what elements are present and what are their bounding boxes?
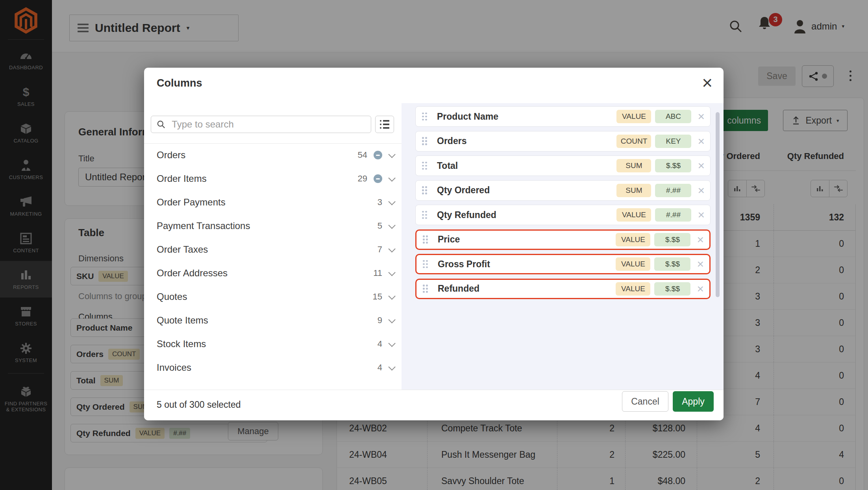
group-label: Order Taxes	[157, 244, 208, 255]
column-label: Gross Profit	[438, 259, 490, 270]
format-badge[interactable]: #.##	[655, 208, 691, 222]
chevron-down-icon[interactable]	[388, 363, 395, 370]
group-label: Order Payments	[157, 197, 226, 208]
remove-icon[interactable]: ×	[698, 135, 705, 147]
aggregation-badge[interactable]: VALUE	[616, 233, 650, 246]
remove-icon[interactable]: ×	[698, 209, 705, 221]
cancel-button[interactable]: Cancel	[622, 391, 668, 412]
aggregation-badge[interactable]: SUM	[616, 159, 651, 172]
drag-handle-icon[interactable]	[422, 162, 428, 170]
remove-icon[interactable]: ×	[697, 234, 704, 246]
chevron-down-icon[interactable]	[388, 151, 395, 158]
selected-column-row[interactable]: Product Name VALUE ABC ×	[415, 106, 711, 127]
aggregation-badge[interactable]: VALUE	[616, 257, 650, 271]
chevron-down-icon[interactable]	[388, 292, 395, 300]
drag-handle-icon[interactable]	[422, 113, 428, 121]
column-label: Qty Ordered	[437, 185, 490, 196]
scrollbar[interactable]	[716, 112, 720, 297]
group-label: Order Addresses	[157, 268, 228, 279]
search-input[interactable]	[171, 118, 365, 130]
drag-handle-icon[interactable]	[422, 137, 428, 145]
selected-column-row[interactable]: Gross Profit VALUE $.$$ ×	[415, 254, 711, 274]
chevron-down-icon[interactable]	[388, 340, 395, 347]
aggregation-badge[interactable]: VALUE	[616, 110, 651, 123]
column-group-row[interactable]: Stock Items 4	[144, 332, 402, 356]
column-group-row[interactable]: Invoices 4	[144, 356, 402, 379]
remove-icon[interactable]: ×	[698, 185, 705, 196]
selected-column-row[interactable]: Orders COUNT KEY ×	[415, 131, 711, 152]
column-groups-list: Orders 54 Order Items 29 Order Payments	[144, 143, 402, 379]
selected-column-row[interactable]: Refunded VALUE $.$$ ×	[415, 279, 711, 299]
group-label: Invoices	[157, 362, 191, 373]
column-label: Refunded	[438, 283, 479, 294]
column-group-row[interactable]: Orders 54	[144, 143, 402, 167]
group-count: 7	[378, 244, 382, 255]
screen: DASHBOARD $ SALES CATALOG CUSTOMERS MARK…	[0, 0, 868, 490]
chevron-down-icon[interactable]	[388, 245, 395, 252]
column-label: Qty Refunded	[437, 210, 496, 220]
selected-column-row[interactable]: Price VALUE $.$$ ×	[415, 229, 711, 250]
selected-column-row[interactable]: Total SUM $.$$ ×	[415, 155, 711, 176]
group-label: Orders	[157, 150, 185, 161]
column-search[interactable]	[151, 116, 371, 133]
remove-icon[interactable]: ×	[697, 283, 704, 295]
group-count: 5	[378, 221, 382, 231]
column-group-row[interactable]: Quotes 15	[144, 285, 402, 309]
apply-button[interactable]: Apply	[673, 391, 714, 412]
column-group-row[interactable]: Order Payments 3	[144, 190, 402, 214]
column-group-row[interactable]: Payment Transactions 5	[144, 214, 402, 238]
chevron-down-icon[interactable]	[388, 269, 395, 276]
chevron-down-icon[interactable]	[388, 316, 395, 323]
aggregation-badge[interactable]: VALUE	[616, 208, 651, 222]
search-icon	[157, 120, 165, 129]
column-label: Price	[438, 234, 460, 245]
partial-selection-icon	[374, 151, 382, 159]
column-label: Total	[437, 161, 458, 171]
remove-icon[interactable]: ×	[698, 111, 705, 122]
drag-handle-icon[interactable]	[422, 211, 428, 219]
drag-handle-icon[interactable]	[423, 235, 428, 244]
chevron-down-icon[interactable]	[388, 198, 395, 205]
column-group-row[interactable]: Quote Items 9	[144, 309, 402, 332]
format-badge[interactable]: ABC	[655, 110, 691, 123]
close-icon[interactable]: ×	[702, 72, 713, 94]
drag-handle-icon[interactable]	[423, 260, 428, 268]
chevron-down-icon[interactable]	[388, 222, 395, 229]
remove-icon[interactable]: ×	[698, 160, 705, 172]
group-count: 29	[358, 174, 367, 184]
chevron-down-icon[interactable]	[388, 174, 395, 181]
group-label: Stock Items	[157, 338, 206, 349]
column-group-row[interactable]: Order Taxes 7	[144, 238, 402, 261]
drag-handle-icon[interactable]	[423, 285, 428, 293]
aggregation-badge[interactable]: COUNT	[616, 135, 651, 148]
list-view-button[interactable]	[375, 116, 394, 133]
group-count: 4	[378, 362, 382, 373]
group-label: Payment Transactions	[157, 220, 250, 231]
format-badge[interactable]: $.$$	[654, 233, 690, 246]
aggregation-badge[interactable]: VALUE	[616, 282, 650, 296]
selected-columns-list: Product Name VALUE ABC × Orders COUNT KE…	[415, 106, 711, 303]
group-count: 15	[373, 292, 382, 302]
column-group-row[interactable]: Order Addresses 11	[144, 261, 402, 285]
aggregation-badge[interactable]: SUM	[616, 184, 651, 197]
group-label: Quote Items	[157, 315, 208, 326]
column-group-row[interactable]: Order Items 29	[144, 167, 402, 190]
group-label: Order Items	[157, 173, 207, 184]
selected-column-row[interactable]: Qty Ordered SUM #.## ×	[415, 180, 711, 201]
drag-handle-icon[interactable]	[422, 186, 428, 194]
columns-modal: Columns × Orders 54	[144, 68, 724, 420]
format-badge[interactable]: $.$$	[654, 282, 690, 296]
selection-status: 5 out of 300 selected	[157, 399, 241, 410]
group-count: 11	[373, 268, 382, 278]
format-badge[interactable]: #.##	[655, 184, 691, 197]
format-badge[interactable]: $.$$	[654, 257, 690, 271]
column-label: Orders	[437, 136, 466, 146]
format-badge[interactable]: KEY	[655, 135, 691, 148]
group-count: 4	[378, 339, 382, 349]
group-count: 54	[358, 150, 367, 160]
selected-column-row[interactable]: Qty Refunded VALUE #.## ×	[415, 205, 711, 225]
group-count: 3	[378, 197, 382, 207]
remove-icon[interactable]: ×	[697, 258, 704, 270]
format-badge[interactable]: $.$$	[655, 159, 691, 172]
group-label: Quotes	[157, 291, 187, 302]
